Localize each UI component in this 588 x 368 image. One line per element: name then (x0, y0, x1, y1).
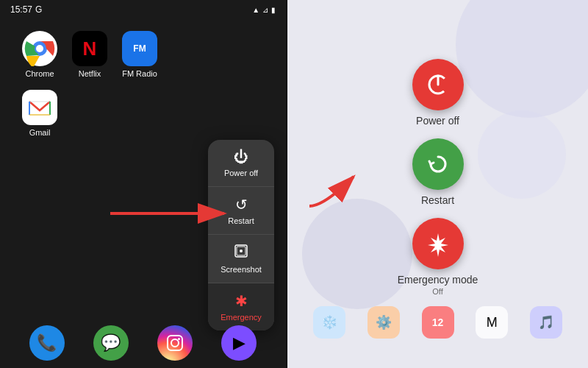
svg-point-3 (36, 45, 43, 52)
dock-assistant[interactable]: ▶ (221, 325, 257, 361)
svg-point-13 (178, 338, 180, 340)
svg-rect-11 (168, 336, 182, 350)
gmail-icon-img (22, 90, 57, 125)
fmradio-label: FM Radio (122, 69, 157, 78)
app-icon-gmail[interactable]: Gmail (22, 90, 57, 137)
app-grid-row1: Chrome N Netflix FM FM Radio (0, 19, 286, 90)
poweroff-label: Power off (224, 169, 258, 177)
wifi-icon: ⊿ (262, 6, 268, 14)
bottom-dock: 📞 💬 ▶ (0, 325, 286, 361)
dock-messages[interactable]: 💬 (93, 325, 129, 361)
svg-point-12 (171, 339, 179, 347)
left-red-arrow (103, 199, 235, 228)
power-menu-poweroff[interactable]: ⏻ Power off (208, 140, 274, 187)
gmail-label: Gmail (29, 128, 51, 137)
right-poweroff-label: Power off (416, 115, 459, 127)
bottom-app-settings[interactable]: ⚙️ (368, 306, 400, 339)
emergency-icon: ✱ (235, 292, 248, 310)
screenshot-label: Screenshot (220, 265, 262, 274)
right-poweroff-option[interactable]: Power off (412, 59, 464, 127)
status-bar: 15:57 G ▲ ⊿ ▮ (0, 0, 286, 19)
fmradio-icon-img: FM (122, 31, 157, 66)
left-panel: 15:57 G ▲ ⊿ ▮ Chrome (0, 0, 286, 368)
right-arrow-container (302, 169, 376, 216)
right-restart-button[interactable] (412, 138, 464, 190)
netflix-label: Netflix (79, 69, 101, 78)
right-poweroff-button[interactable] (412, 59, 464, 110)
right-emergency-label: Emergency mode (398, 274, 478, 286)
power-menu-screenshot[interactable]: Screenshot (208, 235, 274, 283)
screenshot-icon (234, 244, 248, 262)
bottom-app-calendar[interactable]: 12 (422, 306, 454, 339)
right-restart-label: Restart (421, 194, 454, 206)
signal-icon: ▲ (252, 6, 259, 14)
left-arrow-container (103, 199, 235, 228)
svg-point-8 (240, 250, 243, 252)
bottom-app-music[interactable]: 🎵 (530, 306, 562, 339)
carrier-indicator: G (35, 4, 42, 15)
bottom-app-snowflake[interactable]: ❄️ (313, 306, 345, 339)
right-restart-option[interactable]: Restart (412, 138, 464, 206)
app-icon-chrome[interactable]: Chrome (22, 31, 57, 78)
right-emergency-sublabel: Off (432, 287, 442, 296)
restart-icon: ↺ (235, 196, 248, 213)
netflix-icon-img: N (72, 31, 107, 66)
right-panel: Power off Restart Emergency mode Off (287, 0, 588, 368)
bottom-app-mail[interactable]: M (476, 306, 508, 339)
right-emergency-button[interactable] (412, 218, 464, 269)
emergency-label: Emergency (220, 313, 262, 322)
time-display: 15:57 (10, 4, 32, 15)
app-icon-netflix[interactable]: N Netflix (72, 31, 107, 78)
right-emergency-option[interactable]: Emergency mode Off (398, 218, 478, 296)
poweroff-icon: ⏻ (234, 149, 248, 166)
status-right: ▲ ⊿ ▮ (252, 6, 276, 14)
app-icon-fmradio[interactable]: FM FM Radio (122, 31, 157, 78)
battery-icon: ▮ (271, 6, 276, 14)
power-menu-emergency[interactable]: ✱ Emergency (208, 283, 274, 330)
svg-rect-4 (24, 91, 56, 124)
dock-instagram[interactable] (157, 325, 193, 361)
right-bottom-apps: ❄️ ⚙️ 12 M 🎵 (287, 306, 588, 339)
chrome-icon-img (22, 31, 57, 66)
chrome-label: Chrome (25, 69, 54, 78)
right-red-arrow (302, 169, 376, 213)
status-left: 15:57 G (10, 4, 42, 15)
power-menu: ⏻ Power off ↺ Restart Screenshot ✱ Emerg… (208, 140, 274, 330)
dock-phone[interactable]: 📞 (29, 325, 65, 361)
